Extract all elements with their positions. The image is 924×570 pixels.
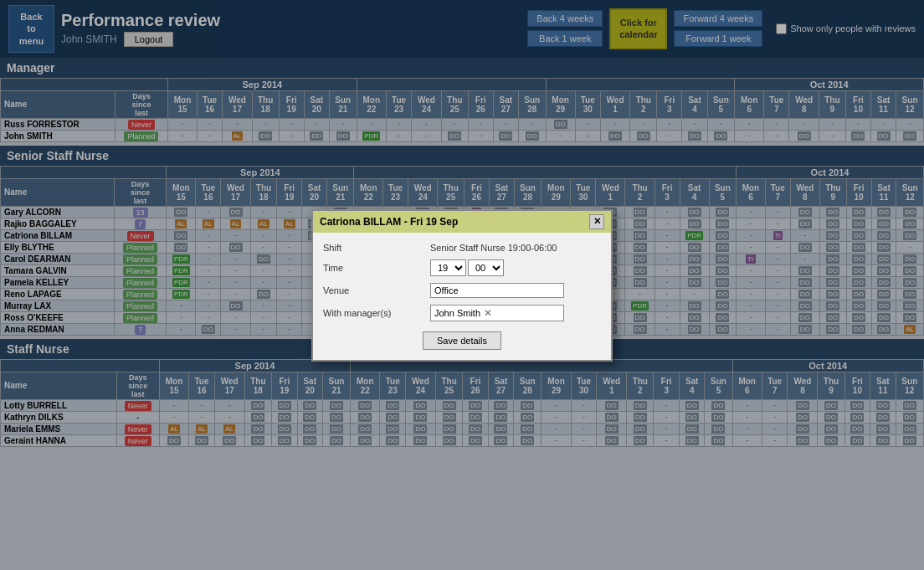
save-details-button[interactable]: Save details — [423, 331, 501, 350]
modal-venue-row: Venue — [323, 283, 601, 298]
modal-close-button[interactable]: ✕ — [589, 214, 604, 229]
modal-title: Catriona BILLAM - Fri 19 Sep — [320, 216, 458, 228]
with-manager-label: With manager(s) — [323, 308, 424, 318]
minute-select[interactable]: 00 — [468, 259, 504, 276]
shift-label: Shift — [323, 243, 424, 253]
venue-input[interactable] — [430, 283, 564, 298]
time-selector: 19 00 — [430, 259, 504, 276]
modal-title-bar: Catriona BILLAM - Fri 19 Sep ✕ — [313, 211, 611, 233]
catriona-billam-modal: Catriona BILLAM - Fri 19 Sep ✕ Shift Sen… — [311, 209, 613, 362]
modal-manager-row: With manager(s) John Smith ✕ — [323, 305, 601, 321]
manager-name: John Smith — [434, 308, 480, 318]
venue-label: Venue — [323, 285, 424, 295]
manager-tag: John Smith ✕ — [430, 305, 564, 321]
modal-overlay: Catriona BILLAM - Fri 19 Sep ✕ Shift Sen… — [0, 0, 924, 570]
remove-manager-button[interactable]: ✕ — [484, 307, 492, 319]
shift-value: Senior Staff Nurse 19:00-06:00 — [430, 243, 557, 253]
time-label: Time — [323, 263, 424, 273]
modal-body: Shift Senior Staff Nurse 19:00-06:00 Tim… — [313, 233, 611, 360]
modal-actions: Save details — [323, 328, 601, 350]
hour-select[interactable]: 19 — [430, 259, 466, 276]
modal-shift-row: Shift Senior Staff Nurse 19:00-06:00 — [323, 243, 601, 253]
modal-time-row: Time 19 00 — [323, 259, 601, 276]
